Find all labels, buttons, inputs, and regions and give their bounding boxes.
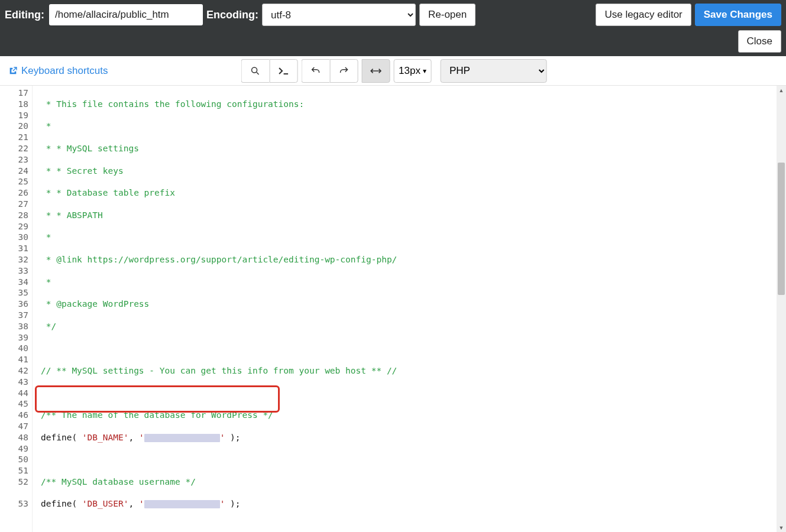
legacy-editor-button[interactable]: Use legacy editor: [596, 4, 691, 26]
save-changes-button[interactable]: Save Changes: [695, 4, 781, 26]
editor-area: 1718192021222324252627282930313233343536…: [0, 86, 786, 532]
editor-toolbar: Keyboard shortcuts: [0, 56, 786, 86]
undo-button[interactable]: [301, 59, 329, 83]
language-select[interactable]: PHP: [441, 59, 547, 83]
redacted-db-user: [144, 500, 220, 508]
search-icon: [250, 66, 261, 76]
reopen-button[interactable]: Re-open: [419, 4, 476, 26]
code-content[interactable]: * This file contains the following confi…: [33, 86, 786, 532]
external-link-icon: [8, 66, 18, 76]
wrap-toggle-button[interactable]: [361, 59, 390, 83]
search-button[interactable]: [241, 59, 269, 83]
editing-label: Editing:: [5, 9, 44, 21]
encoding-select[interactable]: utf-8: [262, 4, 416, 26]
file-path-input[interactable]: [49, 4, 203, 25]
arrows-horizontal-icon: [370, 67, 381, 75]
font-size-select[interactable]: 13px ▾: [393, 59, 432, 83]
vertical-scrollbar[interactable]: ▲ ▼: [777, 86, 786, 532]
top-bar: Editing: Encoding: utf-8 Re-open Use leg…: [0, 0, 786, 56]
line-number-gutter: 1718192021222324252627282930313233343536…: [0, 86, 33, 532]
terminal-icon: [277, 67, 289, 75]
svg-point-0: [252, 67, 257, 73]
redo-icon: [338, 66, 349, 76]
undo-icon: [310, 66, 321, 76]
scroll-down-arrow-icon[interactable]: ▼: [777, 523, 786, 532]
editing-group: Editing:: [5, 4, 203, 25]
chevron-down-icon: ▾: [423, 67, 426, 75]
keyboard-shortcuts-link[interactable]: Keyboard shortcuts: [8, 65, 108, 77]
scroll-up-arrow-icon[interactable]: ▲: [777, 86, 786, 95]
terminal-button[interactable]: [269, 59, 297, 83]
close-button[interactable]: Close: [738, 30, 781, 53]
highlight-box: [35, 385, 280, 413]
scroll-thumb[interactable]: [778, 163, 785, 295]
redo-button[interactable]: [329, 59, 358, 83]
redacted-db-name: [144, 434, 220, 442]
encoding-label: Encoding:: [206, 9, 258, 21]
